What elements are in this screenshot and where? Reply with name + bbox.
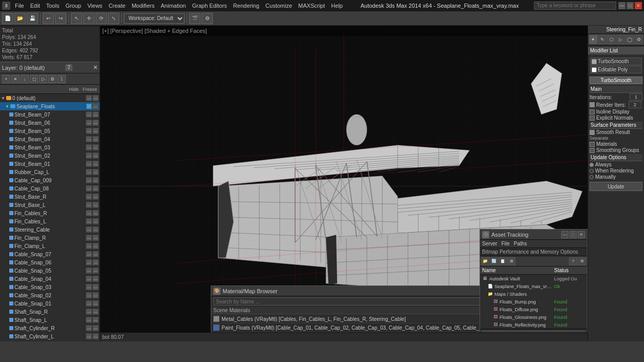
viewport-area[interactable]: [+] [Perspective] [Shaded + Edged Faces] (100, 26, 587, 341)
menu-animation[interactable]: Animation (158, 2, 189, 9)
modifier-checkbox[interactable] (592, 59, 597, 64)
asset-toolbar-btn-4[interactable]: ⊞ (507, 257, 516, 265)
layer-item[interactable]: Strut_Beam_06—— (0, 119, 100, 127)
layer-item[interactable]: Cable_Snap_02—— (0, 291, 100, 299)
freeze-dot[interactable]: — (93, 243, 99, 249)
asset-panel-maximize-button[interactable]: □ (569, 231, 577, 238)
undo-button[interactable]: ↩ (43, 13, 54, 24)
freeze-dot[interactable]: — (93, 226, 99, 233)
hide-dot[interactable]: — (86, 194, 92, 200)
layer-item[interactable]: ▼ 0 (default) — — (0, 94, 100, 102)
menu-customize[interactable]: Customize (263, 2, 295, 9)
minimize-button[interactable]: — (618, 2, 625, 9)
modifier-checkbox[interactable] (592, 67, 597, 72)
menu-group[interactable]: Group (63, 2, 84, 9)
asset-row[interactable]: 🏛 Autodesk Vault Logged Ou (480, 275, 587, 282)
layer-add-selected-button[interactable]: ↓ (21, 75, 29, 83)
render-settings-button[interactable]: ⚙ (201, 13, 213, 24)
layer-item[interactable]: Steering_Cable—— (0, 225, 100, 234)
layer-item[interactable]: Strut_Beam_03—— (0, 143, 100, 151)
hide-dot[interactable]: — (86, 210, 92, 216)
asset-toolbar-btn-1[interactable]: 📁 (481, 257, 489, 265)
asset-row[interactable]: 🖼 Floats_Diffuse.png Found (480, 306, 587, 313)
asset-toolbar-btn-3[interactable]: 📋 (499, 257, 507, 265)
layer-item[interactable]: Cable_Snap_04—— (0, 275, 100, 283)
freeze-dot[interactable]: — (93, 268, 99, 274)
ts-smooth-result-checkbox[interactable] (590, 130, 595, 135)
hide-dot[interactable]: — (86, 144, 92, 150)
hide-dot[interactable]: — (86, 243, 92, 249)
hide-dot[interactable]: — (86, 325, 92, 331)
ts-update-button[interactable]: Update (590, 182, 642, 191)
ts-when-rendering-radio[interactable] (590, 169, 594, 173)
layer-merge-button[interactable]: ⤵ (58, 75, 66, 83)
scale-button[interactable]: ⤡ (108, 13, 119, 24)
layer-item[interactable]: Fin_Cables_L—— (0, 217, 100, 225)
freeze-dot[interactable]: — (93, 111, 99, 118)
asset-row[interactable]: 🖼 Floats_Glossiness.png Found (480, 313, 587, 321)
hide-dot[interactable]: — (86, 177, 92, 183)
panel-tab-hierarchy[interactable]: ⬡ (607, 35, 616, 44)
freeze-dot[interactable]: — (93, 153, 99, 159)
modifier-turbosmooth[interactable]: TurboSmooth (590, 58, 642, 65)
freeze-dot[interactable]: — (93, 309, 99, 315)
freeze-dot[interactable]: — (93, 235, 99, 241)
freeze-dot[interactable]: — (93, 325, 99, 331)
layer-item[interactable]: Rubber_Cap_L—— (0, 168, 100, 176)
hide-dot[interactable]: — (86, 235, 92, 241)
hide-dot[interactable]: — (86, 136, 92, 142)
new-button[interactable]: 📄 (2, 13, 13, 24)
freeze-dot[interactable]: — (93, 120, 99, 126)
menu-edit[interactable]: Edit (28, 2, 43, 9)
layer-settings-button[interactable]: ⚙ (48, 75, 57, 83)
layer-item[interactable]: Shaft_Snap_L—— (0, 316, 100, 324)
asset-help-button[interactable]: ? (569, 257, 577, 265)
layer-item[interactable]: Cable_Cap_08—— (0, 184, 100, 193)
maximize-button[interactable]: □ (627, 2, 634, 9)
freeze-dot[interactable]: — (93, 185, 99, 192)
layer-item[interactable]: Fin_Clamp_R—— (0, 234, 100, 242)
select-button[interactable]: ↖ (71, 13, 82, 24)
ts-always-radio[interactable] (590, 163, 594, 167)
panel-tab-modify[interactable]: ✎ (598, 35, 607, 44)
freeze-dot[interactable]: — (93, 218, 99, 224)
menu-rendering[interactable]: Rendering (231, 2, 262, 9)
freeze-dot[interactable]: — (93, 161, 99, 167)
freeze-dot[interactable]: — (93, 136, 99, 142)
menu-modifiers[interactable]: Modifiers (129, 2, 157, 9)
hide-dot[interactable]: — (86, 169, 92, 175)
freeze-dot[interactable]: — (93, 276, 99, 282)
freeze-dot[interactable]: — (93, 202, 99, 208)
hide-dot[interactable]: — (86, 317, 92, 323)
hide-dot[interactable]: — (86, 202, 92, 208)
menu-file[interactable]: File (12, 2, 27, 9)
ts-smoothing-groups-checkbox[interactable] (590, 148, 595, 153)
ts-render-iters-checkbox[interactable] (590, 102, 595, 107)
modifier-editable-poly[interactable]: Editable Poly (590, 66, 642, 73)
menu-graph-editors[interactable]: Graph Editors (190, 2, 230, 9)
layer-item[interactable]: Cable_Cap_009—— (0, 176, 100, 184)
asset-row[interactable]: 📁 Maps / Shaders (480, 290, 587, 298)
freeze-dot[interactable]: — (93, 259, 99, 265)
open-button[interactable]: 📂 (14, 13, 26, 24)
freeze-dot[interactable]: — (93, 317, 99, 323)
layer-item[interactable]: Cable_Snap_01—— (0, 299, 100, 308)
layer-item[interactable]: Strut_Beam_05—— (0, 127, 100, 135)
menu-create[interactable]: Create (106, 2, 128, 9)
layer-item[interactable]: Strut_Base_L—— (0, 201, 100, 209)
freeze-dot[interactable]: — (93, 284, 99, 290)
panel-tab-utilities[interactable]: ⚙ (634, 35, 643, 44)
layer-select-objects-button[interactable]: ◻ (30, 75, 38, 83)
freeze-dot[interactable]: — (93, 300, 99, 307)
layer-item[interactable]: Cable_Snap_06—— (0, 258, 100, 266)
layer-item[interactable]: Cable_Ring_03—— (0, 340, 100, 341)
asset-scrollbar-track[interactable] (481, 330, 586, 332)
freeze-dot[interactable]: — (93, 333, 99, 339)
layer-item[interactable]: Cable_Snap_03—— (0, 283, 100, 291)
asset-settings-button[interactable]: ⚙ (578, 257, 586, 265)
layer-new-button[interactable]: + (2, 75, 10, 83)
hide-dot[interactable]: — (86, 276, 92, 282)
hide-dot[interactable]: — (86, 161, 92, 167)
layer-item[interactable]: Fin_Cables_R—— (0, 209, 100, 217)
menu-help[interactable]: Help (328, 2, 345, 9)
